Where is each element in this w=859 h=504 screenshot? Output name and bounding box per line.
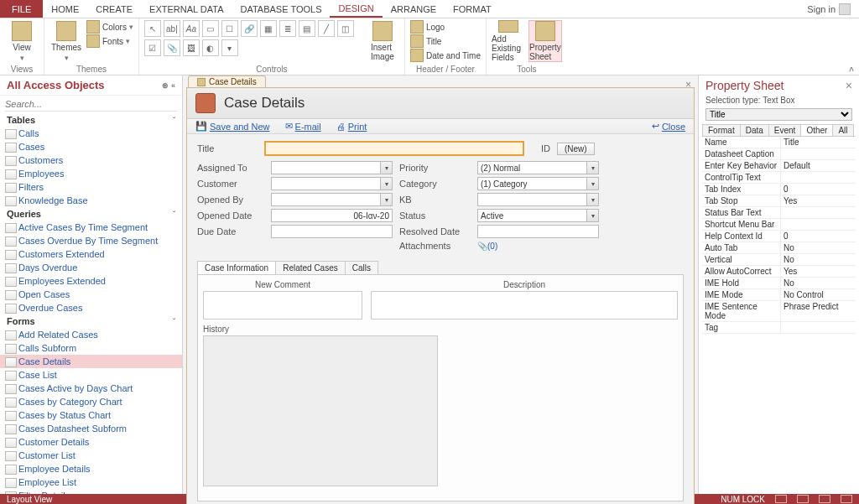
view-layout-icon[interactable] xyxy=(775,495,787,503)
nav-item[interactable]: Filter Details xyxy=(0,489,182,494)
property-value[interactable]: No Control xyxy=(781,289,856,300)
property-value[interactable] xyxy=(781,219,856,230)
subtab-related-cases[interactable]: Related Cases xyxy=(275,261,346,274)
label-icon[interactable]: Aa xyxy=(183,20,200,37)
more-controls-icon[interactable]: ▾ xyxy=(221,39,238,56)
property-row[interactable]: IME HoldNo xyxy=(702,278,856,289)
property-value[interactable]: Yes xyxy=(781,195,856,206)
view-design-icon[interactable] xyxy=(841,495,852,503)
property-value[interactable]: Yes xyxy=(781,266,856,277)
status-combo[interactable]: Active▾ xyxy=(477,209,599,222)
title-button[interactable]: Title xyxy=(410,34,481,48)
nav-item[interactable]: Open Cases xyxy=(0,288,182,301)
prop-tab-event[interactable]: Event xyxy=(768,124,802,136)
view-button[interactable]: View ▾ xyxy=(5,20,39,62)
property-row[interactable]: Tab StopYes xyxy=(702,195,856,207)
property-row[interactable]: ControlTip Text xyxy=(702,172,856,184)
nav-item[interactable]: Filters xyxy=(0,180,182,194)
combo-icon[interactable]: ▦ xyxy=(260,20,277,37)
priority-combo[interactable]: (2) Normal▾ xyxy=(477,161,599,174)
history-box[interactable] xyxy=(203,335,438,486)
property-value[interactable]: No xyxy=(781,278,856,288)
tab-control-icon[interactable]: ☐ xyxy=(221,20,238,37)
subtab-calls[interactable]: Calls xyxy=(345,261,378,274)
nav-section-queries[interactable]: Queriesˇ xyxy=(0,207,182,221)
document-tab[interactable]: Case Details xyxy=(188,75,266,87)
property-row[interactable]: Auto TabNo xyxy=(702,242,856,254)
fonts-button[interactable]: Fonts▾ xyxy=(86,34,133,48)
nav-item[interactable]: Cases Active by Days Chart xyxy=(0,382,182,395)
attachments-value[interactable]: 📎(0) xyxy=(477,242,599,251)
textbox-icon[interactable]: ab| xyxy=(164,20,180,37)
nav-item[interactable]: Cases Datasheet Subform xyxy=(0,422,182,435)
kb-combo[interactable]: ▾ xyxy=(477,193,599,206)
nav-item[interactable]: Cases Overdue By Time Segment xyxy=(0,234,182,247)
nav-item[interactable]: Cases xyxy=(0,140,182,153)
hyperlink-icon[interactable]: 🔗 xyxy=(241,20,258,37)
add-existing-fields-button[interactable]: Add Existing Fields xyxy=(492,20,525,62)
opened-date-input[interactable]: 06-Ιαν-20 xyxy=(271,209,393,222)
tab-create[interactable]: CREATE xyxy=(87,0,141,18)
subform-icon[interactable]: ▤ xyxy=(299,20,315,37)
nav-item[interactable]: Cases by Category Chart xyxy=(0,395,182,408)
close-form-button[interactable]: ↩ Close xyxy=(652,121,685,132)
property-value[interactable]: No xyxy=(781,242,856,253)
property-row[interactable]: IME ModeNo Control xyxy=(702,289,856,301)
attachment-icon[interactable]: 📎 xyxy=(164,39,180,56)
file-tab[interactable]: FILE xyxy=(0,0,43,18)
nav-menu-icon[interactable]: ⊛ « xyxy=(162,81,175,90)
customer-combo[interactable]: ▾ xyxy=(271,177,393,190)
view-datasheet-icon[interactable] xyxy=(819,495,830,503)
themes-button[interactable]: Themes ▾ xyxy=(49,20,83,62)
line-icon[interactable]: ╱ xyxy=(318,20,335,37)
property-value[interactable]: Title xyxy=(781,137,856,148)
tab-arrange[interactable]: ARRANGE xyxy=(383,0,445,18)
property-row[interactable]: Shortcut Menu Bar xyxy=(702,219,856,231)
nav-section-tables[interactable]: Tablesˇ xyxy=(0,113,182,127)
property-sheet-button[interactable]: Property Sheet xyxy=(528,20,562,62)
close-property-sheet-icon[interactable]: × xyxy=(846,79,852,92)
assigned-to-combo[interactable]: ▾ xyxy=(271,161,393,174)
nav-item[interactable]: Calls xyxy=(0,127,182,140)
title-input[interactable] xyxy=(264,141,524,156)
nav-item[interactable]: Case List xyxy=(0,368,182,382)
nav-item[interactable]: Customers Extended xyxy=(0,247,182,261)
property-value[interactable]: Default xyxy=(781,160,856,171)
listbox-icon[interactable]: ≣ xyxy=(279,20,296,37)
toggle-icon[interactable]: ◫ xyxy=(337,20,354,37)
nav-item[interactable]: Days Overdue xyxy=(0,261,182,274)
colors-button[interactable]: Colors▾ xyxy=(86,20,133,34)
subtab-case-information[interactable]: Case Information xyxy=(197,261,276,274)
tab-format[interactable]: FORMAT xyxy=(445,0,500,18)
date-time-button[interactable]: Date and Time xyxy=(410,49,481,62)
email-button[interactable]: ✉ E-mail xyxy=(285,121,321,132)
property-row[interactable]: VerticalNo xyxy=(702,254,856,266)
property-row[interactable]: Tag xyxy=(702,322,856,334)
nav-item[interactable]: Employees xyxy=(0,167,182,180)
close-document-icon[interactable]: × xyxy=(685,79,691,91)
view-form-icon[interactable] xyxy=(797,495,809,503)
select-icon[interactable]: ↖ xyxy=(144,20,161,37)
property-row[interactable]: Datasheet Caption xyxy=(702,148,856,160)
property-row[interactable]: Enter Key BehaviorDefault xyxy=(702,160,856,172)
save-and-new-button[interactable]: 💾 Save and New xyxy=(195,121,270,132)
signin-link[interactable]: Sign in xyxy=(799,0,859,18)
property-row[interactable]: IME Sentence ModePhrase Predict xyxy=(702,301,856,322)
nav-item[interactable]: Employee Details xyxy=(0,462,182,475)
print-button[interactable]: 🖨 Print xyxy=(336,121,367,132)
button-icon[interactable]: ▭ xyxy=(202,20,219,37)
property-row[interactable]: Allow AutoCorrectYes xyxy=(702,266,856,278)
nav-item[interactable]: Knowledge Base xyxy=(0,194,182,207)
description-input[interactable] xyxy=(371,291,678,320)
nav-item[interactable]: Customers xyxy=(0,153,182,167)
due-date-input[interactable] xyxy=(271,225,393,238)
property-row[interactable]: Help Context Id0 xyxy=(702,231,856,242)
image-icon[interactable]: 🖼 xyxy=(183,39,200,56)
property-value[interactable]: Phrase Predict xyxy=(781,301,856,321)
logo-button[interactable]: Logo xyxy=(410,20,481,34)
nav-item[interactable]: Cases by Status Chart xyxy=(0,408,182,422)
id-new-button[interactable]: (New) xyxy=(557,143,595,155)
nav-item[interactable]: Customer List xyxy=(0,449,182,462)
tab-design[interactable]: DESIGN xyxy=(330,0,382,18)
nav-item[interactable]: Case Details xyxy=(0,355,182,368)
